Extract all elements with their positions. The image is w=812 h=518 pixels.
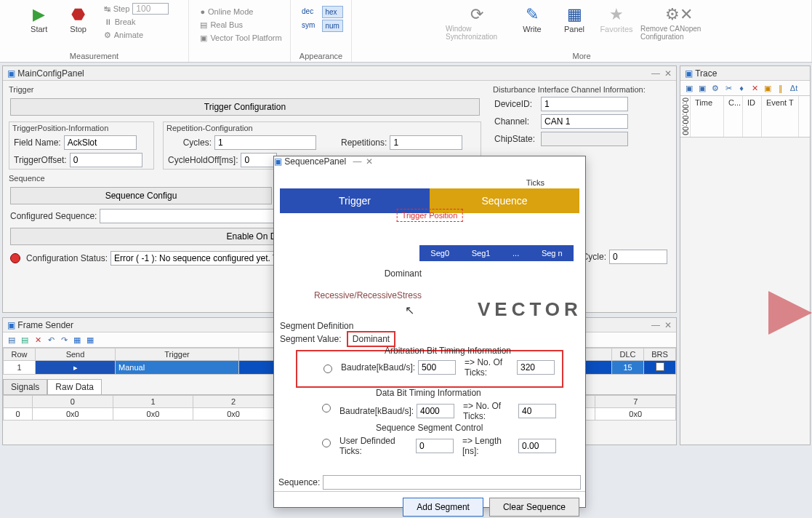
stop-button[interactable]: ⬣ Stop [59,3,98,35]
channel-input[interactable] [541,114,628,129]
raw-col: 0 [33,396,113,408]
col-trigger[interactable]: Trigger [116,348,239,361]
step-button[interactable]: ↹Step [104,3,169,15]
raw-cell[interactable]: 0x0 [113,408,193,421]
raw-cell[interactable]: 0x0 [595,408,676,421]
tool-icon[interactable]: Δt [788,82,800,94]
tool-icon[interactable]: ‖ [775,82,787,94]
trace-panel: ▣ Trace ▣▣ ⚙✂ ♦✕ ▣‖ Δt 0:00:00:00 Time C… [680,65,811,445]
arbitration-ticks-input[interactable] [517,360,555,375]
status-indicator-icon [10,253,20,263]
tool-icon[interactable]: ↶ [45,334,57,346]
brs-cell[interactable] [644,361,676,375]
tool-icon[interactable]: ♦ [736,82,747,94]
user-defined-radio[interactable] [322,439,331,447]
break-button[interactable]: ⏸Break [104,16,169,28]
star-icon: ★ [606,4,627,25]
clear-sequence-button[interactable]: Clear Sequence [489,498,579,517]
favorites-button[interactable]: ★ Favorites [597,3,636,35]
raw-cell[interactable]: 0x0 [193,408,274,421]
start-button[interactable]: ▶ Start [20,3,59,35]
sym-toggle[interactable]: sym [299,20,320,32]
col-dlc[interactable]: DLC [612,348,644,361]
cycles-input[interactable] [214,135,316,150]
col-id[interactable]: ID [743,96,762,137]
trigger-config-button[interactable]: Trigger Configuration [10,98,480,116]
real-bus-toggle[interactable]: ▤Real Bus [200,19,281,31]
frame-sender-title: Frame Sender [17,320,73,330]
tool-icon[interactable]: ✂ [723,82,734,94]
animate-button[interactable]: ⚙Animate [104,29,169,41]
repetitions-input[interactable] [390,135,462,150]
trigger-offset-input[interactable] [70,153,142,167]
dec-toggle[interactable]: dec [299,6,320,18]
tool-icon[interactable]: ▣ [683,82,695,94]
tool-icon[interactable]: ▤ [6,334,17,346]
close-button[interactable]: ✕ [664,68,672,79]
device-id-input[interactable] [541,97,628,111]
cycle-holdoff-input[interactable] [241,153,277,167]
online-mode-toggle[interactable]: ●Online Mode [200,6,281,17]
col-row[interactable]: Row [4,348,36,361]
tool-icon[interactable]: ✕ [32,334,44,346]
data-timing-radio[interactable] [322,404,331,413]
data-ticks-input[interactable] [518,404,556,418]
user-defined-ticks-input[interactable] [416,439,454,453]
raw-cell[interactable]: 0x0 [33,408,113,421]
close-button[interactable]: ✕ [664,320,672,330]
configured-sequence-input[interactable] [100,209,274,223]
col-time[interactable]: Time [691,96,724,137]
vector-tool-toggle[interactable]: ▣Vector Tool Platform [200,32,281,44]
tool-icon[interactable]: ✕ [749,82,760,94]
window-icon: ▣ [685,68,693,79]
col-channel[interactable]: C... [724,96,743,137]
write-button[interactable]: ✎ Write [512,3,552,35]
minimize-button[interactable]: — [651,68,660,79]
field-name-input[interactable] [64,135,137,150]
data-baud-input[interactable] [417,404,454,418]
panel-label: Panel [564,25,584,33]
tool-icon[interactable]: ▣ [762,82,773,94]
write-label: Write [523,25,541,33]
close-button[interactable]: ✕ [366,156,373,167]
device-id-label: DeviceID: [494,99,538,109]
tab-raw-data[interactable]: Raw Data [47,379,102,394]
minimize-button[interactable]: — [651,320,660,330]
col-event[interactable]: Event T [762,96,799,137]
step-value[interactable] [132,3,169,15]
arbitration-radio[interactable] [323,364,332,373]
trigger-cell[interactable]: Manual [116,361,239,375]
tool-icon[interactable]: ↷ [58,334,70,346]
segment-value-select[interactable]: Dominant [347,331,395,347]
remove-canopen-button[interactable]: ⚙✕ Remove CANopen Configuration [639,3,719,42]
col-brs[interactable]: BRS [644,348,676,361]
tab-signals[interactable]: Signals [3,379,47,394]
tool-icon[interactable]: ⚙ [710,82,721,94]
panel-button[interactable]: ▦ Panel [555,3,594,35]
sequence-config-button[interactable]: Sequence Configu [10,187,272,204]
dlc-cell[interactable]: 15 [612,361,644,375]
main-config-title: MainConfigPanel [17,68,84,79]
length-input[interactable] [518,439,556,453]
tool-icon[interactable]: ▦ [84,334,96,346]
num-toggle[interactable]: num [322,20,343,32]
arbitration-baud-input[interactable] [418,360,456,375]
tool-icon[interactable]: ▤ [19,334,31,346]
panel-icon: ▦ [564,4,584,25]
segment-strip: Seg0 Seg1 ... Seg n [419,245,574,261]
add-segment-button[interactable]: Add Segment [403,498,483,517]
sequence-panel-dialog: ▣ SequencePanel —✕ Trigger Position Trig… [273,156,586,508]
segment-definition-title: Segment Definition [280,321,579,331]
send-cell[interactable]: ▸ [36,361,116,375]
window-sync-button[interactable]: ⟳ Window Synchronization [444,3,510,42]
arbitration-title: Arbitration Bit Timing Information [341,346,555,356]
hex-toggle[interactable]: hex [322,6,343,18]
cycle-input[interactable] [609,250,667,264]
sequence-field-input[interactable] [323,475,581,490]
minimize-button[interactable]: — [353,156,361,167]
stop-label: Stop [70,25,87,33]
enable-on-de-button[interactable]: Enable On De [10,228,286,245]
tool-icon[interactable]: ▣ [696,82,708,94]
col-send[interactable]: Send [36,348,116,361]
tool-icon[interactable]: ▦ [71,334,83,346]
